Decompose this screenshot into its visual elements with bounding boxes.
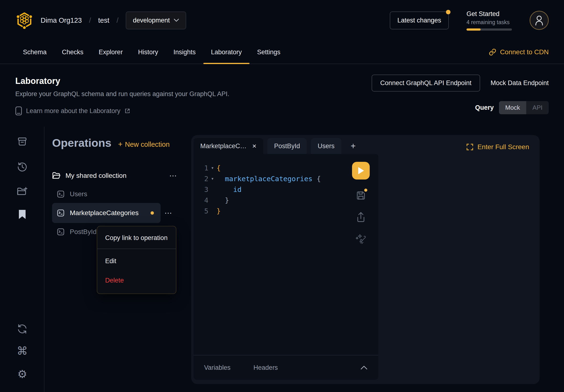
code-token: } bbox=[217, 196, 229, 204]
tab-checks[interactable]: Checks bbox=[54, 41, 91, 64]
fullscreen-icon bbox=[466, 143, 473, 151]
editor-tab-post-by-id[interactable]: PostById bbox=[267, 138, 307, 154]
share-upload-icon bbox=[356, 211, 366, 223]
hive-logo-icon[interactable] bbox=[15, 11, 33, 29]
operation-context-menu: Copy link to operation Edit Delete bbox=[97, 226, 176, 294]
new-collection-button[interactable]: + New collection bbox=[118, 140, 170, 149]
editor-toolbar bbox=[352, 162, 370, 245]
editor-footer: Variables Headers bbox=[193, 355, 378, 380]
tab-label: History bbox=[138, 49, 158, 56]
execute-query-button[interactable] bbox=[352, 162, 370, 180]
unsaved-changes-dot bbox=[151, 211, 154, 215]
latest-changes-notification-dot bbox=[446, 10, 451, 14]
get-started-title: Get Started bbox=[467, 10, 512, 18]
rail-settings-button[interactable]: ⚙ bbox=[0, 369, 44, 379]
tab-explorer[interactable]: Explorer bbox=[91, 41, 130, 64]
endpoint-actions: Connect GraphQL API Endpoint Mock Data E… bbox=[371, 75, 549, 114]
enter-full-screen-label: Enter Full Screen bbox=[478, 143, 529, 151]
chevron-up-icon bbox=[360, 365, 368, 370]
code-token: } bbox=[217, 207, 220, 215]
tab-label: Insights bbox=[174, 49, 196, 56]
toggle-option-api[interactable]: API bbox=[526, 101, 549, 114]
breadcrumb-org[interactable]: Dima Org123 bbox=[41, 16, 82, 24]
user-icon bbox=[534, 15, 544, 26]
mock-data-endpoint-link[interactable]: Mock Data Endpoint bbox=[491, 79, 549, 87]
page-head: Laboratory Explore your GraphQL schema a… bbox=[0, 64, 564, 127]
editor-tab-marketplace[interactable]: MarketplaceC… × bbox=[193, 138, 263, 154]
new-collection-label: New collection bbox=[125, 140, 170, 148]
code-token: { bbox=[217, 164, 220, 172]
gear-icon: ⚙ bbox=[17, 369, 27, 379]
headers-tab[interactable]: Headers bbox=[254, 364, 278, 371]
share-operation-button[interactable] bbox=[356, 211, 366, 223]
external-link-icon bbox=[124, 108, 130, 114]
user-avatar[interactable] bbox=[530, 11, 549, 30]
operation-label: MarketplaceCategories bbox=[70, 209, 139, 217]
editor-column: MarketplaceC… × PostById Users + 1 ▾ { bbox=[193, 138, 378, 380]
operations-header: Operations + New collection bbox=[52, 136, 170, 149]
collection-name: My shared collection bbox=[66, 172, 126, 180]
fold-toggle-icon[interactable]: ▾ bbox=[208, 166, 217, 170]
save-operation-button[interactable] bbox=[356, 191, 366, 200]
get-started-widget[interactable]: Get Started 4 remaining tasks bbox=[467, 10, 512, 31]
enter-full-screen-button[interactable]: Enter Full Screen bbox=[466, 143, 529, 151]
editor-tab-users[interactable]: Users bbox=[311, 138, 341, 154]
menu-item-copy-link[interactable]: Copy link to operation bbox=[97, 228, 176, 248]
chevron-down-icon bbox=[174, 19, 179, 22]
target-select[interactable]: development bbox=[126, 12, 186, 29]
rail-history-button[interactable] bbox=[0, 161, 44, 172]
tab-label: Schema bbox=[23, 49, 47, 56]
operation-item-users[interactable]: Users bbox=[52, 186, 161, 202]
menu-item-edit[interactable]: Edit bbox=[97, 252, 176, 271]
tab-schema[interactable]: Schema bbox=[15, 41, 54, 64]
code-token: id bbox=[233, 185, 242, 194]
query-toggle-row: Query Mock API bbox=[475, 101, 549, 114]
connect-graphql-endpoint-button[interactable]: Connect GraphQL API Endpoint bbox=[371, 75, 480, 92]
operation-item-marketplace-categories[interactable]: MarketplaceCategories ⋯ bbox=[52, 203, 161, 223]
plus-icon: + bbox=[118, 140, 123, 149]
tab-history[interactable]: History bbox=[130, 41, 166, 64]
rail-bookmarks-button[interactable] bbox=[0, 209, 44, 220]
add-tab-button[interactable]: + bbox=[345, 138, 361, 154]
breadcrumb-project[interactable]: test bbox=[98, 16, 110, 24]
prettify-query-button[interactable] bbox=[355, 234, 366, 245]
rail-collections-button[interactable] bbox=[0, 136, 44, 147]
get-started-progress bbox=[467, 28, 512, 31]
tab-insights[interactable]: Insights bbox=[166, 41, 203, 64]
tab-laboratory[interactable]: Laboratory bbox=[203, 41, 249, 64]
main-nav: Schema Checks Explorer History Insights … bbox=[0, 41, 564, 64]
query-editor[interactable]: 1 ▾ { 2 ▾ marketplaceCategories { 3 id 4 bbox=[193, 154, 378, 355]
operation-label: Users bbox=[70, 190, 87, 198]
learn-more-label: Learn more about the Laboratory bbox=[26, 107, 121, 115]
code-token: marketplaceCategories bbox=[225, 175, 313, 183]
tab-settings[interactable]: Settings bbox=[249, 41, 288, 64]
collection-more-button[interactable]: ⋯ bbox=[169, 172, 177, 180]
menu-item-delete[interactable]: Delete bbox=[97, 271, 176, 290]
collapse-footer-button[interactable] bbox=[360, 365, 368, 370]
connect-to-cdn-link[interactable]: Connect to CDN bbox=[489, 41, 549, 64]
rail-shortcuts-button[interactable]: ⌘ bbox=[0, 345, 44, 356]
rail-refetch-button[interactable] bbox=[0, 323, 44, 334]
tab-label: Checks bbox=[62, 49, 83, 56]
operations-title: Operations bbox=[52, 136, 111, 149]
breadcrumb: Dima Org123 / test / development bbox=[15, 11, 186, 29]
close-tab-icon[interactable]: × bbox=[252, 142, 257, 150]
rail-new-folder-button[interactable] bbox=[0, 186, 44, 196]
bookmark-icon bbox=[18, 209, 26, 220]
editor-tab-label: MarketplaceC… bbox=[200, 142, 247, 150]
history-clock-icon bbox=[17, 161, 28, 172]
collection-header[interactable]: My shared collection ⋯ bbox=[52, 168, 177, 183]
learn-more-link[interactable]: Learn more about the Laboratory bbox=[15, 106, 130, 115]
query-label: Query bbox=[475, 104, 494, 111]
line-number: 3 bbox=[193, 185, 208, 194]
variables-tab[interactable]: Variables bbox=[204, 364, 231, 371]
query-mode-toggle: Mock API bbox=[499, 101, 549, 114]
get-started-progress-fill bbox=[467, 28, 481, 31]
menu-divider bbox=[97, 249, 176, 249]
fold-toggle-icon[interactable]: ▾ bbox=[208, 176, 217, 181]
latest-changes-button[interactable]: Latest changes bbox=[390, 12, 449, 29]
operation-icon bbox=[57, 190, 65, 198]
tab-label: Settings bbox=[257, 49, 281, 56]
operation-more-button[interactable]: ⋯ bbox=[165, 209, 173, 218]
toggle-option-mock[interactable]: Mock bbox=[499, 101, 526, 114]
